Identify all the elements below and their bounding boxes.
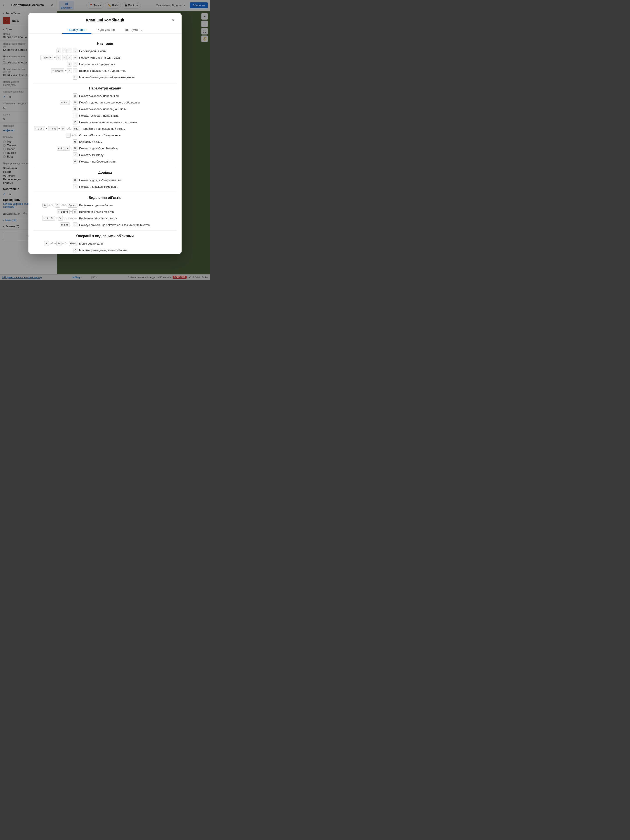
key-u: U	[73, 107, 77, 111]
key-minus-2: −	[73, 68, 77, 73]
shortcut-keys-5: L	[34, 75, 77, 80]
key-slash: /	[73, 153, 77, 157]
key-h: H	[73, 178, 77, 182]
key-space: Space	[68, 203, 77, 208]
tab-tools[interactable]: Інструменти	[120, 26, 148, 34]
key-w-2: W	[73, 146, 77, 151]
key-minus: −	[73, 62, 77, 66]
key-ctrl: ⌃ Ctrl	[34, 126, 45, 131]
section-navigation-title: Навігація	[34, 41, 176, 46]
shortcut-keys-15: /	[34, 153, 77, 157]
shortcut-help: H Показати довідку/документацію	[34, 177, 176, 183]
shortcut-select-multi: ⇧ Shift + 🖱 Виділення кількох об'єктів	[34, 208, 176, 215]
key-up-2: ↑	[62, 55, 66, 60]
key-b: B	[73, 93, 77, 98]
shortcut-keys: ↓ ↑ ← →	[34, 49, 77, 54]
shortcut-keys-11: ⌃ Ctrl + ⌘ Cmd + F -або- F11	[34, 126, 80, 131]
key-shift-2: ⇧ Shift	[42, 216, 55, 221]
shortcut-keys-18: ?	[34, 184, 77, 189]
shortcut-keys-9: I	[34, 113, 77, 118]
shortcut-shortcuts: ? Показати клавішні комбінації.	[34, 183, 176, 190]
shortcut-keys-7: ⌘ Cmd + B	[34, 100, 77, 105]
shortcut-edit-menu: 🖱 -або- 🖱 -або- Меню Меню редагування	[34, 240, 176, 247]
key-right: →	[73, 49, 77, 54]
key-click-5: 🖱	[44, 241, 49, 246]
key-dot: .	[66, 133, 71, 137]
key-plus-2: +	[67, 68, 72, 73]
shortcut-minimap: / Показати мінімапу	[34, 152, 176, 158]
shortcut-unsaved: G Показати незбережені зміни	[34, 158, 176, 165]
shortcut-keys-10: P	[34, 120, 77, 125]
shortcut-keys-13: W	[34, 139, 77, 144]
shortcut-locate: L Масштабувати до мого місцезнаходження	[34, 74, 176, 81]
shortcut-keys-12: . -або-	[34, 133, 77, 137]
tab-movement[interactable]: Пересування	[62, 26, 92, 34]
key-down: ↓	[56, 49, 61, 54]
key-left-2: ←	[67, 55, 72, 60]
shortcut-osm-data: ⌥ Option + W Показати дані OpenStreetMap	[34, 145, 176, 152]
key-f-2: F	[73, 223, 77, 227]
key-menu: Меню	[69, 241, 77, 246]
shortcut-keys-19: 🖱 -або- 🖱 -або- Space	[34, 203, 77, 208]
shortcut-keys-17: H	[34, 178, 77, 182]
shortcut-keys-8: U	[34, 107, 77, 111]
key-w: W	[73, 139, 77, 144]
key-cmd-2: ⌘ Cmd	[48, 126, 58, 131]
shortcut-issues: I Показати/сховати панель Вад	[34, 112, 176, 119]
section-screen-title: Параметри екрану	[34, 87, 176, 90]
key-f: F	[61, 126, 65, 131]
shortcut-keys-22: ⌘ Cmd + F	[34, 223, 77, 227]
key-option-3: ⌥ Option	[57, 146, 70, 151]
shortcut-fullscreen: ⌃ Ctrl + ⌘ Cmd + F -або- F11 Перейти в п…	[34, 125, 176, 132]
shortcut-drag-map: ↓ ↑ ← → Перетягування мапи	[34, 48, 176, 54]
key-option-2: ⌥ Option	[51, 68, 64, 73]
key-click-1: 🖱	[43, 203, 47, 208]
shortcut-search-select: ⌘ Cmd + F Показує об'єкти, що збігаються…	[34, 222, 176, 228]
shortcut-keys-2: ⌥ Option + ↓ ↑ ← →	[34, 55, 77, 60]
shortcut-last-background: ⌘ Cmd + B Перейти до останнього фонового…	[34, 99, 176, 106]
modal-tabs: Пересування Редагування Інструменти	[28, 23, 182, 34]
shortcut-lasso: ⇧ Shift + 🖱 + потягнути Виділення об'єкт…	[34, 215, 176, 222]
key-i: I	[73, 113, 77, 118]
modal-close-button[interactable]: ×	[170, 17, 176, 23]
key-z: Z	[73, 248, 77, 253]
shortcut-map-data: U Показати/сховати панель Дані мапи	[34, 106, 176, 112]
key-b-2: B	[73, 100, 77, 105]
key-click-3: 🖱	[73, 209, 77, 214]
shortcut-keys-6: B	[34, 93, 77, 98]
key-plus: +	[67, 62, 72, 66]
key-shift-1: ⇧ Shift	[57, 209, 69, 214]
shortcut-fast-zoom: ⌥ Option + + − Швидко Наблизитись / Відд…	[34, 67, 176, 74]
key-down-2: ↓	[56, 55, 61, 60]
key-click-6: 🖱	[57, 241, 62, 246]
shortcut-keys-20: ⇧ Shift + 🖱	[34, 209, 77, 214]
shortcut-keys-16: G	[34, 159, 77, 164]
key-l: L	[73, 75, 77, 80]
key-left: ←	[67, 49, 72, 54]
key-cmd-1: ⌘ Cmd	[60, 100, 70, 105]
key-up: ↑	[62, 49, 66, 54]
shortcut-keys-21: ⇧ Shift + 🖱 + потягнути	[34, 216, 77, 221]
modal-header: Клавішні комбінації ×	[28, 13, 182, 23]
modal-title: Клавішні комбінації	[40, 18, 170, 22]
shortcut-zoom-selection: Z Масштабувати до виділених об'єктів	[34, 247, 176, 253]
tab-editing[interactable]: Редагування	[92, 26, 120, 34]
shortcut-keys-14: ⌥ Option + W	[34, 146, 77, 151]
shortcut-keys-3: + −	[34, 62, 77, 66]
shortcut-background: B Показати/сховати панель Фон	[34, 93, 176, 99]
key-f11: F11	[73, 126, 80, 131]
shortcut-prefs: P Показати панель налаштувань користувач…	[34, 119, 176, 125]
shortcut-zoom: + − Наблизитись / Віддалитись	[34, 61, 176, 67]
key-cmd-3: ⌘ Cmd	[60, 223, 70, 227]
modal-body: Навігація ↓ ↑ ← → Перетягування мапи ⌥ O…	[28, 34, 182, 254]
shortcut-wireframe: W Каркасний режим	[34, 139, 176, 145]
key-g: G	[73, 159, 77, 164]
key-click-4: 🖱	[58, 216, 63, 221]
shortcut-select-one: 🖱 -або- 🖱 -або- Space Виділення одного о…	[34, 202, 176, 208]
section-help-title: Довідка	[34, 171, 176, 175]
shortcuts-modal: Клавішні комбінації × Пересування Редагу…	[28, 13, 182, 254]
section-selection-title: Виділення об'єктів	[34, 196, 176, 200]
shortcut-pan-screen: ⌥ Option + ↓ ↑ ← → Пересунути мапу на од…	[34, 54, 176, 61]
shortcut-sidebar: . -або- Сховати/Показати бічну панель	[34, 132, 176, 139]
key-right-2: →	[73, 55, 77, 60]
